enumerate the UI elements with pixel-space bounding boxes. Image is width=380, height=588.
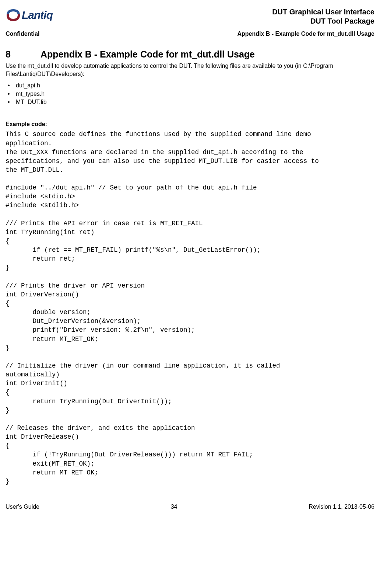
- appendix-ref: Appendix B - Example Code for mt_dut.dll…: [238, 31, 375, 37]
- header-row: Lantiq DUT Graphical User Interface DUT …: [6, 7, 374, 26]
- logo-text: Lantiq: [22, 9, 53, 21]
- code-block: This C source code defines the functions…: [6, 130, 374, 486]
- example-code-label: Example code:: [6, 121, 374, 128]
- footer: User's Guide 34 Revision 1.1, 2013-05-06: [6, 504, 374, 510]
- section-title: Appendix B - Example Code for mt_dut.dll…: [41, 49, 255, 60]
- sub-header: Confidential Appendix B - Example Code f…: [6, 31, 374, 37]
- confidential-label: Confidential: [6, 31, 39, 37]
- logo: Lantiq: [6, 7, 53, 23]
- intro-text: Use the mt_dut.dll to develop automatic …: [6, 62, 374, 78]
- section-heading: 8 Appendix B - Example Code for mt_dut.d…: [6, 49, 374, 60]
- header-titles: DUT Graphical User Interface DUT Tool Pa…: [272, 7, 374, 26]
- list-item: dut_api.h: [6, 81, 374, 90]
- section-number: 8: [6, 49, 41, 60]
- logo-mark-icon: [6, 7, 21, 23]
- footer-left: User's Guide: [6, 504, 39, 510]
- footer-revision: Revision 1.1, 2013-05-06: [309, 504, 374, 510]
- file-list: dut_api.h mt_types.h MT_DUT.lib: [6, 81, 374, 106]
- list-item: mt_types.h: [6, 90, 374, 98]
- list-item: MT_DUT.lib: [6, 98, 374, 106]
- header-title-2: DUT Tool Package: [272, 17, 374, 26]
- footer-page-number: 34: [171, 504, 177, 510]
- header-divider: [6, 29, 374, 29]
- header-title-1: DUT Graphical User Interface: [272, 7, 374, 17]
